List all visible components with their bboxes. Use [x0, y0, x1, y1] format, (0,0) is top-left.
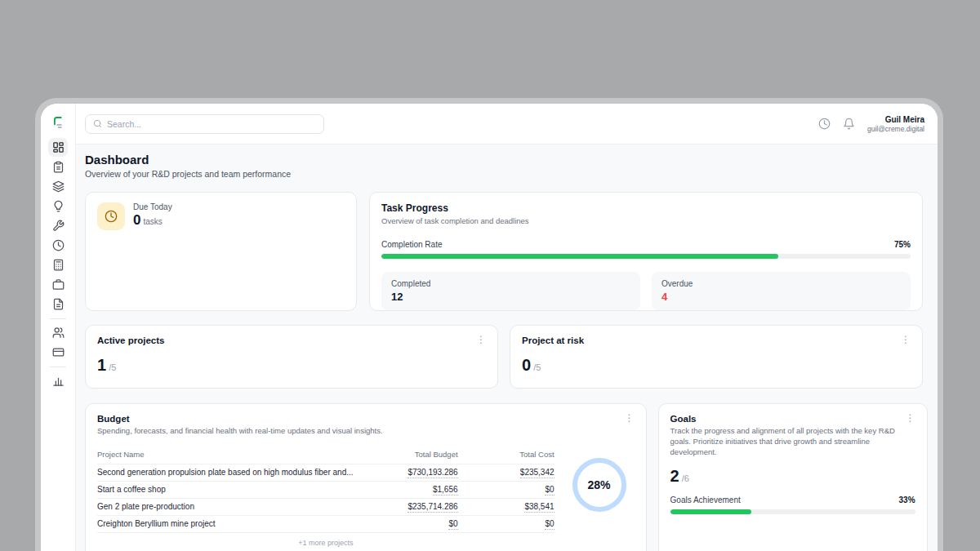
sidebar-item-reports[interactable]	[48, 371, 68, 390]
clock-icon	[52, 239, 65, 251]
sidebar-item-tools[interactable]	[48, 216, 68, 235]
budget-gauge: 28%	[572, 458, 626, 512]
kebab-menu-icon[interactable]: ⋮	[625, 414, 635, 422]
completion-rate-label: Completion Rate	[381, 240, 442, 249]
users-icon	[52, 327, 65, 339]
project-at-risk-total: /5	[533, 362, 541, 372]
sidebar-item-ideas[interactable]	[48, 197, 68, 216]
goals-card: Goals ⋮ Track the progress and alignment…	[658, 403, 928, 551]
budget-gauge-value: 28%	[588, 478, 611, 491]
sidebar-divider	[50, 318, 66, 319]
document-icon	[52, 298, 65, 310]
budget-table-header: Project Name Total Budget Total Cost	[97, 450, 555, 464]
creme-logo-icon	[49, 113, 67, 131]
col-total-budget: Total Budget	[360, 450, 458, 459]
sidebar-item-tasks[interactable]	[48, 158, 68, 176]
active-projects-title: Active projects	[97, 335, 164, 345]
completed-label: Completed	[391, 279, 630, 288]
user-menu[interactable]: Guil Meira guil@creme.digital	[867, 115, 924, 133]
history-clock-icon[interactable]	[818, 118, 831, 130]
goals-progress-fill	[670, 509, 751, 514]
cost-value[interactable]: $38,541	[524, 502, 554, 513]
sidebar-item-billing[interactable]	[48, 343, 68, 362]
project-name: Start a coffee shop	[97, 485, 360, 494]
completed-stat: Completed 12	[381, 272, 640, 310]
sidebar-item-team[interactable]	[48, 323, 68, 342]
page-subtitle: Overview of your R&D projects and team p…	[85, 169, 923, 179]
briefcase-icon	[52, 278, 65, 291]
lightbulb-icon	[52, 200, 65, 212]
task-progress-title: Task Progress	[381, 202, 911, 214]
goals-progress-bar	[670, 509, 915, 514]
budget-value[interactable]: $235,714.286	[408, 502, 457, 513]
cost-value[interactable]: $0	[545, 519, 554, 530]
due-today-card: Due Today 0tasks	[85, 192, 357, 311]
sidebar-item-dashboard[interactable]	[48, 138, 68, 157]
goals-title: Goals	[670, 414, 697, 424]
kebab-menu-icon[interactable]: ⋮	[906, 414, 915, 422]
goals-value: 2	[670, 467, 679, 486]
completed-value: 12	[391, 291, 630, 303]
table-row[interactable]: Start a coffee shop $1,656 $0	[97, 482, 555, 499]
budget-value[interactable]: $1,656	[433, 485, 458, 495]
sidebar-item-documents[interactable]	[48, 295, 68, 313]
active-projects-value: 1	[97, 356, 106, 375]
completion-progress-fill	[381, 254, 778, 259]
project-name: Second generation propulsion plate based…	[97, 468, 360, 477]
table-row[interactable]: Gen 2 plate pre-production $235,714.286 …	[97, 499, 555, 516]
goals-achievement-label: Goals Achievement	[670, 495, 741, 504]
due-today-value: 0	[133, 212, 140, 228]
budget-card: Budget ⋮ Spending, forecasts, and financ…	[85, 403, 647, 551]
sidebar-item-calculator[interactable]	[48, 256, 68, 274]
sidebar-item-projects[interactable]	[48, 177, 68, 196]
main-area: Guil Meira guil@creme.digital Dashboard …	[76, 104, 938, 551]
due-clock-icon	[97, 202, 125, 230]
search-input[interactable]	[107, 119, 316, 129]
goals-subtitle: Track the progress and alignment of all …	[670, 426, 915, 457]
user-name: Guil Meira	[867, 115, 924, 124]
page-title: Dashboard	[85, 153, 923, 167]
budget-value[interactable]: $730,193.286	[408, 468, 457, 478]
bar-chart-icon	[52, 375, 65, 387]
sidebar-item-portfolio[interactable]	[48, 275, 68, 294]
active-projects-total: /5	[109, 362, 116, 372]
budget-subtitle: Spending, forecasts, and financial healt…	[97, 426, 635, 437]
clipboard-icon	[52, 161, 65, 173]
app-window: V1.0	[41, 104, 938, 551]
col-project-name: Project Name	[97, 450, 360, 459]
task-progress-subtitle: Overview of task completion and deadline…	[381, 216, 911, 227]
col-total-cost: Total Cost	[458, 450, 555, 459]
more-projects-link[interactable]: +1 more projects	[97, 539, 555, 547]
table-row[interactable]: Second generation propulsion plate based…	[97, 464, 555, 482]
notifications-bell-icon[interactable]	[843, 118, 855, 130]
search-box[interactable]	[85, 114, 324, 134]
project-at-risk-title: Project at risk	[522, 335, 584, 345]
overdue-value: 4	[662, 291, 901, 303]
goals-achievement-value: 33%	[899, 495, 915, 504]
user-email: guil@creme.digital	[867, 125, 924, 133]
search-icon	[93, 119, 102, 128]
dashboard-content: Dashboard Overview of your R&D projects …	[76, 144, 938, 551]
window-frame: V1.0	[35, 98, 943, 551]
project-name: Creighton Beryllium mine project	[97, 519, 360, 528]
budget-value[interactable]: $0	[448, 519, 457, 530]
budget-table: Project Name Total Budget Total Cost Sec…	[97, 450, 555, 547]
sidebar-divider	[50, 367, 66, 367]
task-progress-card: Task Progress Overview of task completio…	[369, 192, 923, 311]
cost-value[interactable]: $0	[545, 485, 554, 495]
budget-title: Budget	[97, 414, 130, 424]
calculator-icon	[52, 259, 65, 271]
kebab-menu-icon[interactable]: ⋮	[901, 335, 911, 344]
active-projects-card: Active projects ⋮ 1 /5	[85, 325, 498, 389]
table-row[interactable]: Creighton Beryllium mine project $0 $0	[97, 516, 555, 533]
layers-icon	[52, 180, 65, 193]
wrench-icon	[52, 220, 65, 232]
kebab-menu-icon[interactable]: ⋮	[476, 335, 486, 344]
topbar: Guil Meira guil@creme.digital	[76, 104, 938, 144]
sidebar-item-time[interactable]	[48, 236, 68, 255]
cost-value[interactable]: $235,342	[520, 468, 555, 478]
completion-progress-bar	[381, 254, 911, 259]
dashboard-grid-icon	[52, 141, 65, 153]
project-at-risk-card: Project at risk ⋮ 0 /5	[510, 325, 923, 389]
completion-rate-value: 75%	[894, 240, 911, 249]
